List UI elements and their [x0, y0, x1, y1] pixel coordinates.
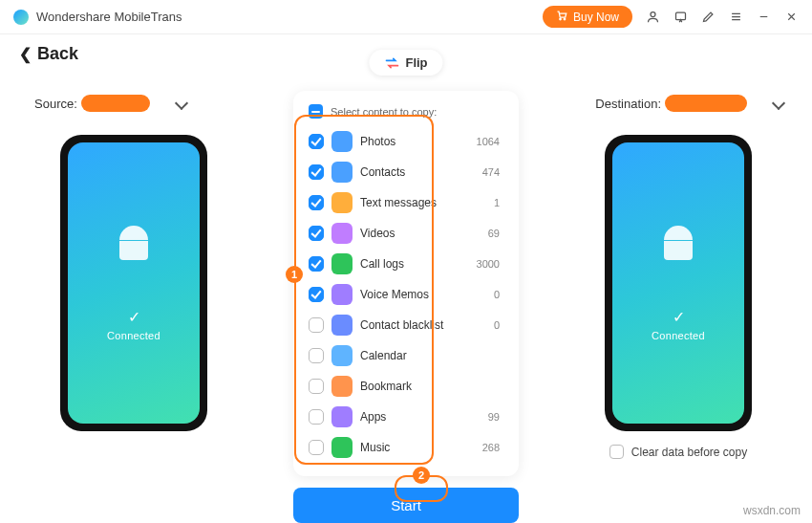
chevron-left-icon: ❮ [19, 45, 32, 63]
svg-point-1 [564, 18, 566, 20]
list-item[interactable]: Calendar [293, 340, 515, 371]
chevron-down-icon [175, 97, 188, 110]
item-count: 69 [488, 228, 500, 239]
list-item[interactable]: Bookmark [293, 371, 515, 402]
minimize-icon[interactable] [757, 10, 771, 24]
checkmark-icon: ✓ [128, 308, 140, 326]
item-type-icon [331, 223, 353, 244]
user-icon[interactable] [646, 10, 660, 24]
item-checkbox[interactable] [309, 348, 324, 363]
item-checkbox[interactable] [309, 134, 324, 149]
panel-header-label: Select content to copy: [331, 106, 437, 118]
back-button[interactable]: ❮ Back [19, 44, 78, 64]
list-item[interactable]: Music268 [293, 432, 515, 463]
close-icon[interactable] [784, 10, 799, 24]
clear-data-checkbox[interactable] [609, 445, 624, 459]
app-logo-icon [13, 10, 29, 25]
content-list[interactable]: Photos1064Contacts474Text messages1Video… [293, 126, 519, 463]
item-count: 0 [494, 289, 500, 300]
source-status: Connected [107, 330, 160, 341]
svg-point-0 [560, 18, 562, 20]
select-all-checkbox[interactable] [309, 104, 323, 119]
android-icon [662, 226, 694, 262]
destination-phone: ✓ Connected [605, 135, 752, 431]
item-type-icon [331, 376, 353, 397]
chevron-down-icon [772, 97, 785, 110]
destination-device-name [665, 95, 747, 112]
flip-icon [384, 56, 399, 70]
item-count: 1064 [477, 136, 500, 147]
list-item[interactable]: Photos1064 [293, 126, 515, 157]
back-label: Back [37, 44, 78, 64]
item-name: Contacts [360, 165, 405, 179]
item-checkbox[interactable] [309, 195, 324, 210]
item-name: Bookmark [360, 380, 412, 393]
cart-icon [556, 10, 567, 24]
annotation-number-1: 1 [286, 266, 303, 283]
source-label: Source: [34, 97, 77, 111]
item-checkbox[interactable] [309, 440, 324, 455]
list-item[interactable]: Apps99 [293, 402, 515, 432]
annotation-number-2: 2 [413, 467, 430, 484]
app-title: Wondershare MobileTrans [36, 10, 182, 24]
item-type-icon [331, 284, 353, 305]
item-name: Contact blacklist [360, 318, 443, 332]
list-item[interactable]: Contacts474 [293, 157, 515, 187]
edit-icon[interactable] [701, 10, 716, 24]
item-type-icon [331, 315, 353, 336]
item-count: 99 [488, 411, 500, 423]
item-checkbox[interactable] [309, 317, 324, 333]
item-type-icon [331, 131, 353, 152]
list-item[interactable]: Videos69 [293, 218, 515, 249]
item-checkbox[interactable] [309, 164, 324, 180]
menu-icon[interactable] [729, 10, 743, 24]
list-item[interactable]: Voice Memos0 [293, 279, 515, 310]
item-checkbox[interactable] [309, 256, 324, 272]
source-device-name [81, 95, 150, 112]
clear-data-checkbox-row[interactable]: Clear data before copy [609, 445, 747, 459]
item-checkbox[interactable] [309, 409, 324, 425]
item-name: Music [360, 441, 390, 454]
item-count: 3000 [477, 258, 500, 270]
android-icon [118, 226, 150, 262]
destination-label: Destination: [595, 97, 661, 111]
titlebar: Wondershare MobileTrans Buy Now [0, 0, 812, 34]
item-name: Calendar [360, 349, 407, 362]
checkmark-icon: ✓ [673, 308, 685, 326]
buy-now-label: Buy Now [573, 11, 619, 24]
item-type-icon [331, 253, 353, 274]
item-checkbox[interactable] [309, 287, 324, 302]
content-panel: Select content to copy: Photos1064Contac… [293, 91, 519, 476]
svg-point-2 [651, 12, 655, 17]
start-button[interactable]: Start [293, 488, 519, 523]
list-item[interactable]: Contact blacklist0 [293, 310, 515, 340]
item-name: Voice Memos [360, 288, 429, 301]
watermark: wsxdn.com [743, 504, 801, 517]
buy-now-button[interactable]: Buy Now [543, 6, 632, 28]
item-type-icon [331, 406, 353, 427]
item-name: Call logs [360, 257, 404, 271]
feedback-icon[interactable] [673, 10, 688, 24]
item-checkbox[interactable] [309, 226, 324, 241]
item-type-icon [331, 345, 353, 366]
item-count: 268 [482, 442, 500, 453]
list-item[interactable]: Text messages1 [293, 187, 515, 218]
source-dropdown[interactable]: Source: [19, 95, 248, 112]
item-checkbox[interactable] [309, 379, 324, 394]
item-count: 0 [494, 319, 500, 331]
item-count: 474 [482, 166, 500, 178]
destination-status: Connected [652, 330, 705, 341]
item-name: Videos [360, 227, 395, 240]
flip-button[interactable]: Flip [369, 50, 442, 76]
item-count: 1 [494, 197, 500, 208]
clear-data-label: Clear data before copy [631, 446, 747, 459]
list-item[interactable]: Call logs3000 [293, 249, 515, 279]
item-type-icon [331, 162, 353, 183]
item-name: Apps [360, 410, 386, 424]
source-phone: ✓ Connected [60, 135, 207, 431]
item-name: Photos [360, 135, 395, 148]
flip-label: Flip [405, 55, 427, 70]
item-type-icon [331, 437, 353, 458]
item-name: Text messages [360, 196, 437, 209]
destination-dropdown[interactable]: Destination: [564, 95, 793, 112]
